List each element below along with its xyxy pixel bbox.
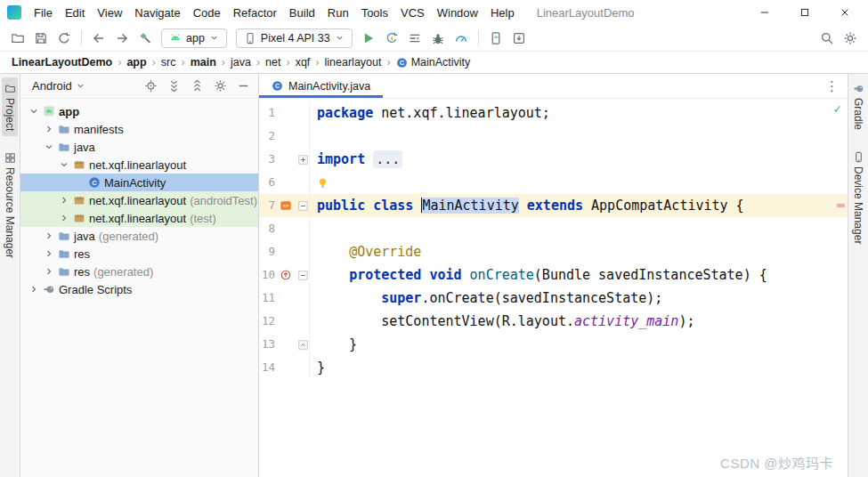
toolwindow-device-manager[interactable]: Device Manager [850,146,866,249]
save-icon[interactable] [30,28,52,49]
menu-edit[interactable]: Edit [59,3,91,23]
code-line-7[interactable]: 7<>public class MainActivity extends App… [259,194,848,217]
breadcrumb-item-mainactivity[interactable]: CMainActivity [393,55,474,69]
more-options-icon[interactable]: ⋮ [816,74,848,98]
code-line-11[interactable]: 11 super.onCreate(savedInstanceState); [259,287,848,310]
sync-icon[interactable] [53,28,75,49]
fold-minus-icon[interactable] [296,194,310,217]
code-line-2[interactable]: 2 [259,125,848,148]
locate-icon[interactable] [142,78,158,94]
menu-file[interactable]: File [28,3,59,23]
chevron-down-icon[interactable] [43,141,54,153]
settings-gear-icon[interactable] [212,78,228,94]
code-line-3[interactable]: 3import ... [259,148,848,171]
tree-item-mainactivity[interactable]: CMainActivity [20,174,258,191]
search-icon[interactable] [816,28,838,49]
menu-navigate[interactable]: Navigate [128,3,186,23]
fold-minus-icon[interactable] [296,263,310,287]
chevron-right-icon[interactable] [58,195,69,206]
layout-gutter-icon[interactable]: <> [275,194,296,217]
menu-vcs[interactable]: VCS [394,3,431,23]
breadcrumb-item-linearlayoutdemo[interactable]: LinearLayoutDemo [9,55,115,69]
device-manager-icon[interactable] [485,28,507,49]
back-icon[interactable] [88,28,110,49]
menu-tools[interactable]: Tools [355,3,394,23]
chevron-right-icon[interactable] [58,213,69,224]
fold-plus-icon[interactable] [296,148,310,171]
chevron-right-icon[interactable] [43,230,54,242]
collapse-all-icon[interactable] [189,78,205,94]
menu-run[interactable]: Run [321,3,355,23]
tree-item-net-xqf-linearlayout-androidtest[interactable]: net.xqf.linearlayout (androidTest) [20,191,258,209]
toolwindow-gradle[interactable]: Gradle [850,77,866,135]
breadcrumb-item-main[interactable]: main [188,55,219,69]
expand-all-icon[interactable] [166,78,182,94]
code-line-1[interactable]: 1package net.xqf.linearlayout; [259,101,848,125]
tree-item-java[interactable]: java [20,138,258,156]
tree-item-res-generated[interactable]: res (generated) [20,263,258,280]
tree-item-java-generated[interactable]: java (generated) [20,227,258,245]
hide-panel-icon[interactable] [235,78,251,94]
breadcrumb-item-app[interactable]: app [124,55,149,69]
code-line-10[interactable]: 10 protected void onCreate(Bundle savedI… [259,263,848,287]
tree-item-gradle-scripts[interactable]: Gradle Scripts [20,280,258,298]
code-line-6[interactable]: 6 [259,171,848,194]
maximize-icon[interactable] [784,0,824,25]
run-icon[interactable] [358,28,379,49]
class-icon: C [272,80,283,92]
apply-changes-icon[interactable] [381,28,402,49]
menu-window[interactable]: Window [431,3,484,23]
tree-item-app[interactable]: app [20,102,258,120]
chevron-right-icon[interactable] [43,124,54,135]
menu-code[interactable]: Code [187,3,227,23]
menu-build[interactable]: Build [283,3,321,23]
attach-debugger-icon[interactable] [404,28,426,49]
code-line-8[interactable]: 8 [259,217,848,240]
code-editor[interactable]: 1package net.xqf.linearlayout;23import .… [259,99,848,477]
code-line-12[interactable]: 12 setContentView(R.layout.activity_main… [259,310,848,333]
debug-icon[interactable] [427,28,449,49]
menu-view[interactable]: View [91,3,128,23]
settings-icon[interactable] [840,28,861,49]
inspection-ok-icon[interactable]: ✓ [834,101,841,116]
profiler-icon[interactable] [450,28,472,49]
project-panel-header: Android [20,74,258,99]
intention-bulb-icon[interactable] [317,172,335,195]
chevron-right-icon[interactable] [28,284,39,295]
menu-refactor[interactable]: Refactor [227,3,283,23]
breadcrumb-item-linearlayout[interactable]: linearlayout [322,55,385,69]
minimize-icon[interactable] [744,0,784,25]
chevron-down-icon[interactable] [28,106,39,117]
toolwindow-project[interactable]: Project [2,77,18,136]
tree-item-res[interactable]: res [20,245,258,263]
device-selector[interactable]: Pixel 4 API 33 [236,28,353,48]
chevron-right-icon[interactable] [43,248,54,260]
breadcrumb-separator: › [386,56,390,69]
tree-item-net-xqf-linearlayout-test[interactable]: net.xqf.linearlayout (test) [20,209,258,227]
build-hammer-icon[interactable] [134,28,156,49]
breadcrumb-item-xqf[interactable]: xqf [293,55,313,69]
close-icon[interactable] [824,0,864,25]
toolwindow-resource-manager[interactable]: Resource Manager [2,147,18,263]
tree-item-net-xqf-linearlayout[interactable]: net.xqf.linearlayout [20,156,258,174]
code-line-14[interactable]: 14} [259,356,848,379]
tab-mainactivity-java[interactable]: C MainActivity.java [259,74,383,98]
chevron-down-icon[interactable] [58,159,69,171]
breadcrumb-item-net[interactable]: net [263,55,283,69]
code-line-13[interactable]: 13 } [259,333,848,356]
menu-help[interactable]: Help [484,3,521,23]
code-area: 1package net.xqf.linearlayout;23import .… [259,101,848,379]
project-view-selector[interactable]: Android [28,77,90,94]
forward-icon[interactable] [111,28,133,49]
chevron-right-icon[interactable] [43,266,54,278]
run-config-selector[interactable]: app [161,28,227,48]
tab-label: MainActivity.java [288,80,370,93]
override-icon[interactable] [275,263,296,287]
breadcrumb-item-java[interactable]: java [228,55,254,69]
tree-item-manifests[interactable]: manifests [20,120,258,138]
code-line-9[interactable]: 9 @Override [259,240,848,263]
breadcrumb-item-src[interactable]: src [158,55,179,69]
sdk-manager-icon[interactable] [508,28,530,49]
open-icon[interactable] [7,28,28,49]
fold-end-icon[interactable] [296,333,310,356]
